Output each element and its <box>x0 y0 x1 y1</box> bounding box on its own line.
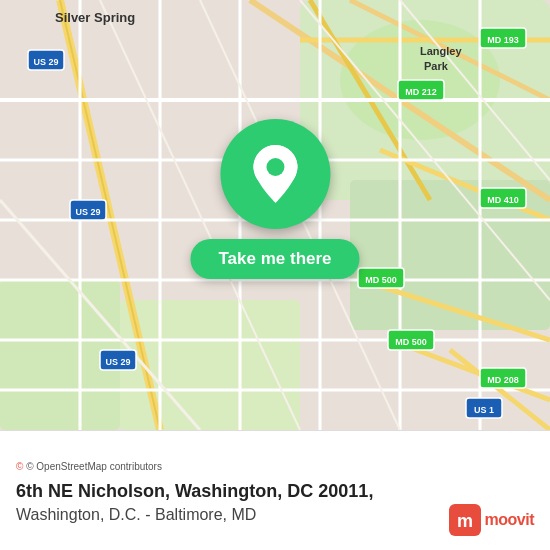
svg-text:MD 208: MD 208 <box>487 375 519 385</box>
map-container: US 29 US 29 US 29 MD 193 MD 212 MD 410 M… <box>0 0 550 430</box>
svg-text:US 1: US 1 <box>474 405 494 415</box>
osm-link: © <box>16 461 23 472</box>
svg-point-57 <box>266 158 284 176</box>
svg-text:Silver Spring: Silver Spring <box>55 10 135 25</box>
svg-text:MD 410: MD 410 <box>487 195 519 205</box>
svg-text:MD 500: MD 500 <box>395 337 427 347</box>
moovit-text: moovit <box>485 511 534 529</box>
osm-credit: © © OpenStreetMap contributors <box>16 461 534 472</box>
bottom-bar: © © OpenStreetMap contributors 6th NE Ni… <box>0 430 550 550</box>
pin-circle <box>220 119 330 229</box>
pin-icon <box>249 143 301 205</box>
address-line1: 6th NE Nicholson, Washington, DC 20011, <box>16 480 534 503</box>
svg-text:US 29: US 29 <box>105 357 130 367</box>
svg-text:MD 500: MD 500 <box>365 275 397 285</box>
svg-text:m: m <box>457 511 473 531</box>
location-pin-overlay: Take me there <box>190 119 359 279</box>
svg-text:MD 193: MD 193 <box>487 35 519 45</box>
svg-text:US 29: US 29 <box>33 57 58 67</box>
moovit-logo: m moovit <box>449 504 534 536</box>
svg-text:Langley: Langley <box>420 45 462 57</box>
svg-text:Park: Park <box>424 60 449 72</box>
osm-text: © OpenStreetMap contributors <box>26 461 162 472</box>
moovit-icon-svg: m <box>449 504 481 536</box>
take-me-there-button[interactable]: Take me there <box>190 239 359 279</box>
svg-text:US 29: US 29 <box>75 207 100 217</box>
svg-text:MD 212: MD 212 <box>405 87 437 97</box>
